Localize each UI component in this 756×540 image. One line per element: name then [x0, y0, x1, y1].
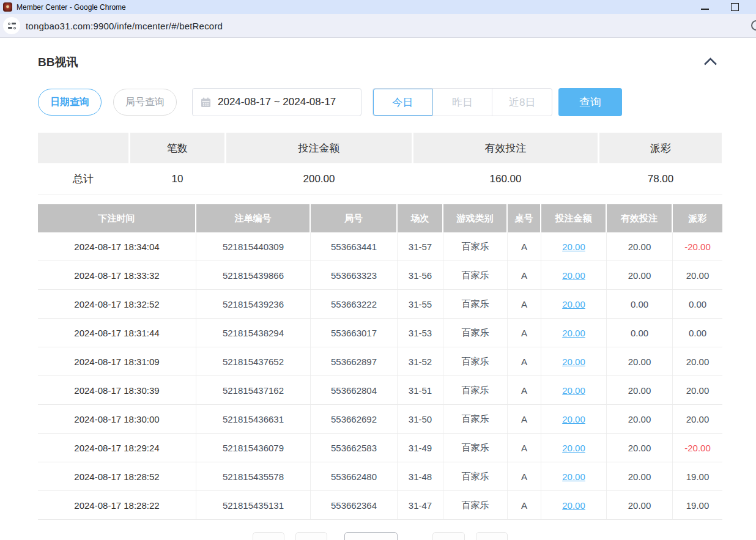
cell-table-no: A	[508, 462, 541, 490]
cell-payout: -20.00	[673, 434, 722, 462]
cell-valid-bet: 20.00	[607, 376, 673, 404]
summary-header-valid-bet: 有效投注	[413, 133, 598, 163]
cell-game-type: 百家乐	[443, 376, 508, 404]
tab-date-query[interactable]: 日期查询	[38, 89, 102, 116]
cell-round-no: 553663017	[311, 319, 398, 347]
table-row: 2024-08-17 18:32:52 521815439236 5536632…	[38, 290, 722, 319]
cell-session: 31-50	[398, 405, 443, 433]
cell-order-no: 521815439236	[196, 290, 311, 318]
header-order-no: 注单编号	[196, 204, 311, 232]
header-session: 场次	[398, 204, 443, 232]
minimize-icon[interactable]	[701, 9, 709, 10]
summary-header-bet-amount: 投注金额	[226, 133, 412, 163]
bet-amount-link[interactable]: 20.00	[562, 242, 585, 252]
address-bar[interactable]: tongbao31.com:9900/infe/mcenter/#/betRec…	[0, 14, 756, 38]
cell-game-type: 百家乐	[443, 261, 508, 289]
cell-round-no: 553663323	[311, 261, 398, 289]
table-header-row: 下注时间 注单编号 局号 场次 游戏类别 桌号 投注金额 有效投注 派彩	[38, 204, 722, 232]
cell-bet-time: 2024-08-17 18:34:04	[38, 232, 196, 261]
summary-total-bet-amount: 200.00	[226, 164, 412, 194]
summary-total-label: 总计	[38, 164, 128, 194]
cell-bet-time: 2024-08-17 18:31:44	[38, 319, 196, 347]
table-row: 2024-08-17 18:34:04 521815440309 5536634…	[38, 232, 722, 261]
header-bet-amount: 投注金额	[541, 204, 607, 232]
cell-round-no: 553662583	[311, 434, 398, 462]
summary-header-payout: 派彩	[599, 133, 722, 163]
cell-valid-bet: 0.00	[607, 319, 673, 347]
cell-session: 31-49	[398, 434, 443, 462]
cell-valid-bet: 20.00	[607, 462, 673, 490]
cell-session: 31-53	[398, 319, 443, 347]
pagination-first-button[interactable]	[253, 532, 284, 540]
bet-amount-link[interactable]: 20.00	[562, 500, 585, 511]
header-game-type: 游戏类别	[443, 204, 508, 232]
cell-bet-time: 2024-08-17 18:31:09	[38, 347, 196, 375]
quick-range-1[interactable]: 昨日	[432, 89, 492, 116]
bet-amount-link[interactable]: 20.00	[562, 270, 585, 281]
site-settings-icon[interactable]	[3, 17, 20, 34]
cell-bet-time: 2024-08-17 18:28:52	[38, 462, 196, 490]
bet-amount-link[interactable]: 20.00	[562, 472, 585, 482]
pagination-page-select[interactable]	[344, 532, 398, 540]
table-row: 2024-08-17 18:29:24 521815436079 5536625…	[38, 434, 722, 462]
cell-bet-time: 2024-08-17 18:30:39	[38, 376, 196, 404]
cell-payout: -20.00	[673, 232, 722, 261]
cell-round-no: 553663222	[311, 290, 398, 318]
cell-order-no: 521815439866	[196, 261, 311, 289]
cell-payout: 0.00	[673, 290, 722, 318]
cell-table-no: A	[508, 232, 541, 261]
tab-round-query[interactable]: 局号查询	[113, 89, 177, 116]
cell-order-no: 521815436631	[196, 405, 311, 433]
chevron-up-icon	[703, 57, 717, 65]
cell-session: 31-47	[398, 491, 443, 519]
bet-amount-link[interactable]: 20.00	[562, 299, 585, 309]
bet-amount-link[interactable]: 20.00	[562, 357, 585, 367]
bet-record-table: 下注时间 注单编号 局号 场次 游戏类别 桌号 投注金额 有效投注 派彩 202…	[38, 204, 722, 520]
summary-table: 笔数 投注金额 有效投注 派彩 总计 10 200.00 160.00 78.0…	[38, 133, 722, 194]
header-round-no: 局号	[311, 204, 398, 232]
pagination-prev-button[interactable]	[295, 532, 327, 540]
cell-table-no: A	[508, 347, 541, 375]
pagination-last-button[interactable]	[476, 532, 508, 540]
cell-bet-time: 2024-08-17 18:32:52	[38, 290, 196, 318]
table-row: 2024-08-17 18:31:44 521815438294 5536630…	[38, 319, 722, 347]
cell-session: 31-57	[398, 232, 443, 261]
summary-header-row: 笔数 投注金额 有效投注 派彩	[38, 133, 722, 163]
cell-table-no: A	[508, 405, 541, 433]
date-range-picker[interactable]: 2024-08-17 ~ 2024-08-17	[192, 88, 361, 116]
cell-valid-bet: 20.00	[607, 434, 673, 462]
collapse-section-button[interactable]	[703, 57, 722, 68]
cell-round-no: 553663441	[311, 232, 398, 261]
cell-round-no: 553662804	[311, 376, 398, 404]
cell-payout: 20.00	[673, 376, 722, 404]
cell-order-no: 521815440309	[196, 232, 311, 261]
bet-amount-link[interactable]: 20.00	[562, 328, 585, 338]
cell-valid-bet: 20.00	[607, 232, 673, 261]
search-button[interactable]: 查询	[558, 88, 622, 116]
bet-amount-link[interactable]: 20.00	[562, 443, 585, 453]
page-title: BB视讯	[38, 54, 78, 70]
calendar-icon	[201, 97, 211, 108]
quick-range-0[interactable]: 今日	[373, 89, 432, 116]
quick-range-2[interactable]: 近8日	[492, 89, 552, 116]
cell-payout: 20.00	[673, 261, 722, 289]
table-row: 2024-08-17 18:30:00 521815436631 5536626…	[38, 405, 722, 434]
cell-table-no: A	[508, 290, 541, 318]
summary-total-count: 10	[130, 164, 224, 194]
cell-table-no: A	[508, 319, 541, 347]
url-text[interactable]: tongbao31.com:9900/infe/mcenter/#/betRec…	[26, 21, 223, 31]
maximize-icon[interactable]	[731, 3, 739, 11]
bet-amount-link[interactable]: 20.00	[562, 414, 585, 424]
summary-total-valid-bet: 160.00	[413, 164, 598, 194]
pagination-next-button[interactable]	[432, 532, 465, 540]
cell-payout: 19.00	[673, 491, 722, 519]
table-row: 2024-08-17 18:30:39 521815437162 5536628…	[38, 376, 722, 405]
cell-bet-time: 2024-08-17 18:30:00	[38, 405, 196, 433]
header-valid-bet: 有效投注	[607, 204, 673, 232]
clipped-toolbar-icon	[751, 20, 756, 31]
bet-amount-link[interactable]: 20.00	[562, 385, 585, 396]
window-titlebar: Member Center - Google Chrome	[0, 0, 756, 14]
cell-order-no: 521815435578	[196, 462, 311, 490]
cell-bet-time: 2024-08-17 18:33:32	[38, 261, 196, 289]
cell-order-no: 521815436079	[196, 434, 311, 462]
